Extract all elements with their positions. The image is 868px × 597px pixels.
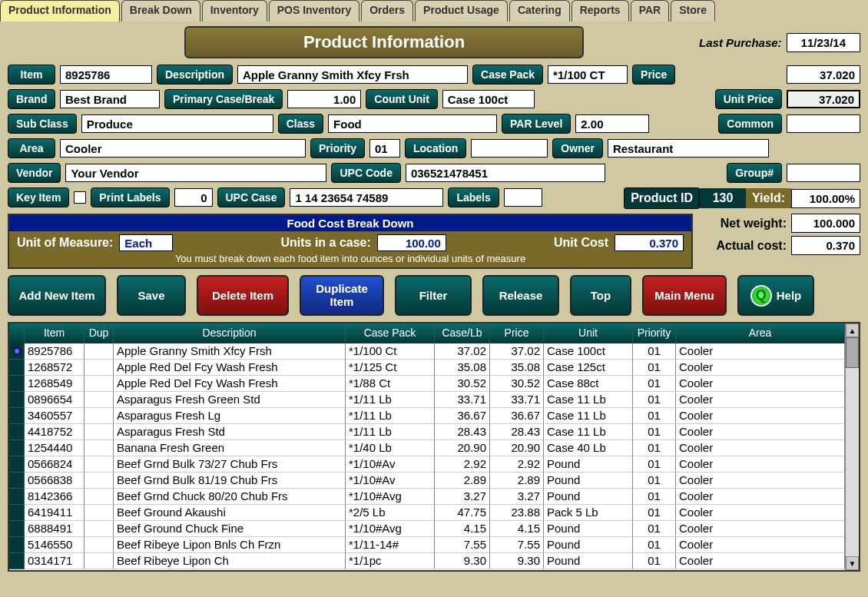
- labels-label-button[interactable]: Labels: [448, 187, 499, 207]
- table-row[interactable]: 8142366Beef Grnd Chuck 80/20 Chub Frs*1/…: [9, 489, 845, 505]
- tab-orders[interactable]: Orders: [361, 0, 413, 22]
- row-marker[interactable]: [9, 440, 25, 456]
- area-input[interactable]: [60, 139, 306, 158]
- upc-case-input[interactable]: [290, 188, 443, 207]
- key-item-checkbox[interactable]: [74, 191, 86, 204]
- row-marker[interactable]: [9, 392, 25, 408]
- table-row[interactable]: 6888491Beef Ground Chuck Fine*1/10#Avg4.…: [9, 521, 845, 537]
- grid-header-marker[interactable]: [9, 323, 25, 343]
- upc-case-label-button[interactable]: UPC Case: [217, 187, 286, 207]
- scroll-thumb[interactable]: [846, 337, 859, 368]
- tab-inventory[interactable]: Inventory: [202, 0, 267, 22]
- duplicate-item-button[interactable]: Duplicate Item: [300, 275, 384, 316]
- tab-catering[interactable]: Catering: [509, 0, 570, 22]
- price-input[interactable]: [787, 65, 860, 84]
- tab-product-information[interactable]: Product Information: [0, 0, 120, 22]
- tab-store[interactable]: Store: [671, 0, 715, 22]
- save-button[interactable]: Save: [117, 275, 186, 316]
- sub-class-label-button[interactable]: Sub Class: [8, 114, 77, 134]
- grid-header-dup[interactable]: Dup: [84, 323, 114, 343]
- count-unit-label-button[interactable]: Count Unit: [366, 89, 438, 109]
- par-level-label-button[interactable]: PAR Level: [502, 114, 571, 134]
- tab-reports[interactable]: Reports: [571, 0, 629, 22]
- labels-input[interactable]: [504, 188, 542, 207]
- owner-label-button[interactable]: Owner: [552, 138, 603, 158]
- row-marker[interactable]: [9, 376, 25, 392]
- priority-input[interactable]: [369, 139, 400, 158]
- table-row[interactable]: 4418752Asparagus Fresh Std*1/11 Lb28.432…: [9, 424, 845, 440]
- case-pack-label-button[interactable]: Case Pack: [472, 65, 543, 85]
- unit-cost-input[interactable]: [615, 234, 684, 251]
- row-marker[interactable]: [9, 505, 25, 521]
- table-row[interactable]: 1268549Apple Red Del Fcy Wash Fresh*1/88…: [9, 376, 845, 392]
- table-row[interactable]: 0566838Beef Grnd Bulk 81/19 Chub Frs*1/1…: [9, 473, 845, 489]
- grid-header-case-lb[interactable]: Case/Lb: [435, 323, 490, 343]
- area-label-button[interactable]: Area: [8, 138, 55, 158]
- row-marker[interactable]: [9, 456, 25, 473]
- location-label-button[interactable]: Location: [405, 138, 466, 158]
- group-no-label-button[interactable]: Group#: [727, 163, 782, 183]
- primary-case-break-input[interactable]: [287, 90, 361, 108]
- table-row[interactable]: 1254440Banana Fresh Green*1/40 Lb20.9020…: [9, 440, 845, 456]
- key-item-label-button[interactable]: Key Item: [8, 187, 69, 207]
- table-row[interactable]: 0896654Asparagus Fresh Green Std*1/11 Lb…: [9, 392, 845, 408]
- brand-input[interactable]: [60, 90, 160, 108]
- release-button[interactable]: Release: [482, 275, 559, 316]
- vendor-input[interactable]: [65, 164, 326, 182]
- top-button[interactable]: Top: [570, 275, 631, 316]
- upc-code-label-button[interactable]: UPC Code: [331, 163, 400, 183]
- owner-input[interactable]: [608, 139, 769, 158]
- table-row[interactable]: 3460557Asparagus Fresh Lg*1/11 Lb36.6736…: [9, 408, 845, 424]
- table-row[interactable]: 0566824Beef Grnd Bulk 73/27 Chub Frs*1/1…: [9, 456, 845, 473]
- add-new-item-button[interactable]: Add New Item: [8, 275, 106, 316]
- tab-product-usage[interactable]: Product Usage: [415, 0, 508, 22]
- item-input[interactable]: [60, 65, 152, 84]
- table-row[interactable]: 5146550Beef Ribeye Lipon Bnls Ch Frzn*1/…: [9, 537, 845, 553]
- row-marker[interactable]: [9, 473, 25, 489]
- print-labels-input[interactable]: [174, 188, 213, 207]
- class-label-button[interactable]: Class: [278, 114, 323, 134]
- table-row[interactable]: 0314171Beef Ribeye Lipon Ch*1/1pc9.309.3…: [9, 553, 845, 569]
- row-marker[interactable]: [9, 521, 25, 537]
- upc-code-input[interactable]: [406, 164, 605, 182]
- row-marker[interactable]: [9, 424, 25, 440]
- filter-button[interactable]: Filter: [395, 275, 472, 316]
- grid-scrollbar[interactable]: ▲ ▼: [845, 323, 859, 570]
- common-label-button[interactable]: Common: [718, 114, 782, 134]
- grid-header-case-pack[interactable]: Case Pack: [346, 323, 435, 343]
- vendor-label-button[interactable]: Vendor: [8, 163, 61, 183]
- case-pack-input[interactable]: [548, 65, 628, 84]
- scroll-down-icon[interactable]: ▼: [846, 556, 859, 570]
- item-label-button[interactable]: Item: [8, 65, 55, 85]
- brand-label-button[interactable]: Brand: [8, 89, 55, 109]
- primary-case-break-label-button[interactable]: Primary Case/Break: [164, 89, 283, 109]
- class-input[interactable]: [328, 114, 497, 133]
- unit-price-label-button[interactable]: Unit Price: [715, 89, 782, 109]
- priority-label-button[interactable]: Priority: [310, 138, 365, 158]
- sub-class-input[interactable]: [81, 114, 273, 133]
- row-marker[interactable]: [9, 489, 25, 505]
- row-marker[interactable]: [9, 553, 25, 569]
- common-input[interactable]: [787, 114, 860, 133]
- row-marker[interactable]: [9, 343, 25, 360]
- grid-header-price[interactable]: Price: [490, 323, 544, 343]
- description-label-button[interactable]: Description: [157, 65, 233, 85]
- tab-pos-inventory[interactable]: POS Inventory: [269, 0, 359, 22]
- scroll-up-icon[interactable]: ▲: [846, 323, 859, 337]
- units-in-case-input[interactable]: [377, 234, 446, 251]
- price-label-button[interactable]: Price: [632, 65, 675, 85]
- group-no-input[interactable]: [787, 164, 860, 182]
- table-row[interactable]: 6419411Beef Ground Akaushi*2/5 Lb47.7523…: [9, 505, 845, 521]
- row-marker[interactable]: [9, 408, 25, 424]
- print-labels-label-button[interactable]: Print Labels: [91, 187, 169, 207]
- delete-item-button[interactable]: Delete Item: [197, 275, 289, 316]
- grid-header-priority[interactable]: Priority: [633, 323, 676, 343]
- tab-break-down[interactable]: Break Down: [121, 0, 200, 22]
- grid-header-unit[interactable]: Unit: [544, 323, 633, 343]
- description-input[interactable]: [237, 65, 468, 84]
- row-marker[interactable]: [9, 360, 25, 376]
- tab-par[interactable]: PAR: [631, 0, 670, 22]
- row-marker[interactable]: [9, 537, 25, 553]
- count-unit-input[interactable]: [442, 90, 535, 108]
- par-level-input[interactable]: [575, 114, 649, 133]
